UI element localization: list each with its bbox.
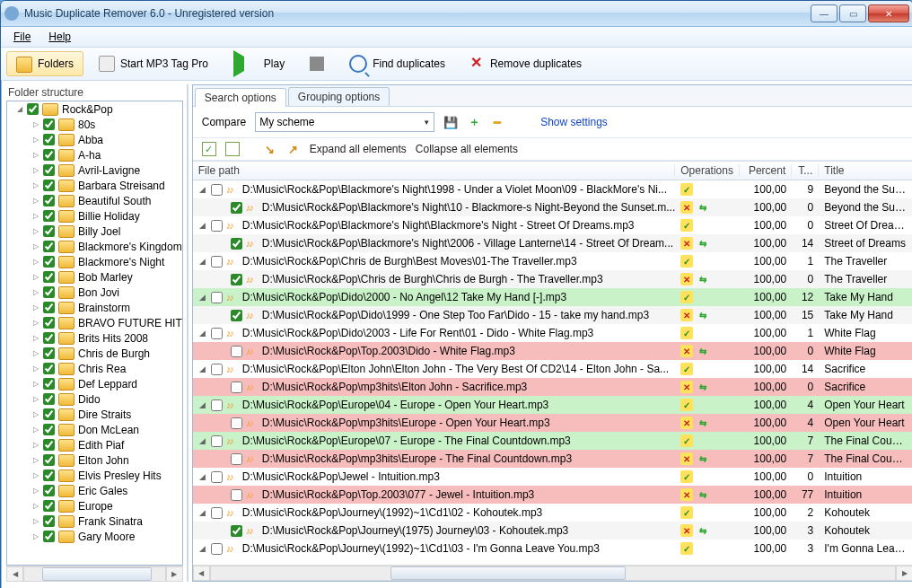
tree-item[interactable]: ▷Beautiful South xyxy=(7,193,182,208)
delete-icon[interactable] xyxy=(680,345,693,357)
result-row[interactable]: D:\Music\Rock&Pop\Blackmore's Night\2006… xyxy=(193,234,912,252)
collapse-icon[interactable]: ◢ xyxy=(198,400,207,409)
delete-icon[interactable] xyxy=(680,309,693,321)
delete-icon[interactable] xyxy=(680,524,693,537)
tree-checkbox[interactable] xyxy=(43,210,55,222)
add-scheme-icon[interactable]: ＋ xyxy=(467,115,481,129)
swap-icon[interactable] xyxy=(697,201,709,214)
tree-checkbox[interactable] xyxy=(43,378,55,390)
tree-item[interactable]: ▷Don McLean xyxy=(7,422,182,437)
save-scheme-icon[interactable]: 💾 xyxy=(443,115,458,129)
collapse-group-icon[interactable]: ↗ xyxy=(286,142,301,156)
tree-item[interactable]: ▷Bon Jovi xyxy=(7,285,182,300)
keep-icon[interactable] xyxy=(680,506,693,519)
collapse-icon[interactable]: ◢ xyxy=(198,221,207,230)
result-row[interactable]: D:\Music\Rock&Pop\Journey\(1975) Journey… xyxy=(193,522,912,540)
expand-icon[interactable]: ▷ xyxy=(31,241,41,252)
tree-item[interactable]: ▷Chris Rea xyxy=(7,361,182,376)
tree-item[interactable]: ▷Barbara Streisand xyxy=(7,178,182,193)
keep-icon[interactable] xyxy=(680,542,693,555)
tab-search-options[interactable]: Search options xyxy=(195,88,286,107)
tree-checkbox[interactable] xyxy=(43,515,55,527)
result-row[interactable]: ◢D:\Music\Rock&Pop\Blackmore's Night\Bla… xyxy=(193,216,912,234)
collapse-all-link[interactable]: Collapse all elements xyxy=(416,143,518,155)
result-row[interactable]: D:\Music\Rock&Pop\mp3hits\Europe - Open … xyxy=(193,414,912,432)
row-checkbox[interactable] xyxy=(211,220,223,232)
scroll-right-icon[interactable]: ▶ xyxy=(166,566,183,582)
tree-checkbox[interactable] xyxy=(43,256,55,268)
tree-item[interactable]: ▷Eric Gales xyxy=(7,483,182,498)
tree-checkbox[interactable] xyxy=(43,225,55,237)
scroll-right-icon[interactable]: ▶ xyxy=(896,566,912,581)
col-operations[interactable]: Operations xyxy=(675,164,740,177)
row-checkbox[interactable] xyxy=(211,364,223,375)
tree-item[interactable]: ▷Blackmore's Night xyxy=(7,254,182,269)
collapse-icon[interactable]: ◢ xyxy=(198,329,207,338)
row-checkbox[interactable] xyxy=(231,202,242,214)
expand-icon[interactable]: ▷ xyxy=(31,394,41,405)
tree-checkbox[interactable] xyxy=(43,531,55,542)
tree-checkbox[interactable] xyxy=(43,439,55,451)
row-checkbox[interactable] xyxy=(231,417,242,429)
tree-checkbox[interactable] xyxy=(43,180,55,191)
toolbar-folders[interactable]: Folders xyxy=(6,51,83,76)
expand-icon[interactable]: ▷ xyxy=(31,470,41,481)
collapse-icon[interactable]: ◢ xyxy=(198,508,207,517)
expand-icon[interactable]: ▷ xyxy=(31,119,41,130)
tree-checkbox[interactable] xyxy=(43,134,55,145)
tree-checkbox[interactable] xyxy=(43,470,55,481)
collapse-icon[interactable]: ◢ xyxy=(198,293,207,302)
keep-icon[interactable] xyxy=(680,183,693,196)
expand-icon[interactable]: ▷ xyxy=(31,226,41,237)
maximize-button[interactable]: ▭ xyxy=(839,4,866,22)
check-all-icon[interactable] xyxy=(202,142,216,156)
keep-icon[interactable] xyxy=(680,219,693,232)
toolbar-stop[interactable] xyxy=(300,53,334,75)
expand-icon[interactable]: ▷ xyxy=(31,531,41,542)
expand-icon[interactable]: ▷ xyxy=(31,348,41,359)
result-row[interactable]: ◢D:\Music\Rock&Pop\Dido\2000 - No Angel\… xyxy=(193,288,912,306)
collapse-icon[interactable]: ◢ xyxy=(14,104,25,115)
row-checkbox[interactable] xyxy=(231,238,242,250)
expand-icon[interactable]: ▷ xyxy=(31,379,41,390)
col-percent[interactable]: Percent xyxy=(740,164,792,177)
row-checkbox[interactable] xyxy=(231,310,242,321)
toolbar-find[interactable]: Find duplicates xyxy=(339,51,455,76)
tree-item[interactable]: ▷80s xyxy=(7,117,182,132)
result-row[interactable]: D:\Music\Rock&Pop\Chris de Burgh\Chris d… xyxy=(193,270,912,288)
keep-icon[interactable] xyxy=(680,470,693,483)
expand-icon[interactable]: ▷ xyxy=(31,409,41,420)
row-checkbox[interactable] xyxy=(231,525,242,537)
tree-item[interactable]: ▷Brits Hits 2008 xyxy=(7,330,182,346)
menu-help[interactable]: Help xyxy=(43,29,76,45)
col-path[interactable]: File path xyxy=(193,164,675,177)
uncheck-all-icon[interactable] xyxy=(225,142,240,156)
expand-all-link[interactable]: Expand all elements xyxy=(310,143,407,155)
expand-icon[interactable]: ▷ xyxy=(31,318,41,329)
expand-icon[interactable]: ▷ xyxy=(31,196,41,206)
expand-icon[interactable]: ▷ xyxy=(31,150,41,161)
row-checkbox[interactable] xyxy=(211,256,223,268)
expand-icon[interactable]: ▷ xyxy=(31,333,41,344)
collapse-icon[interactable]: ◢ xyxy=(198,544,207,553)
show-settings-link[interactable]: Show settings xyxy=(540,116,608,128)
expand-icon[interactable]: ▷ xyxy=(31,455,41,466)
expand-icon[interactable]: ▷ xyxy=(31,180,41,191)
scroll-thumb[interactable] xyxy=(390,566,626,580)
expand-icon[interactable]: ▷ xyxy=(31,516,41,527)
remove-scheme-icon[interactable]: ━ xyxy=(490,115,504,129)
tree-item[interactable]: ▷Dido xyxy=(7,391,182,407)
expand-icon[interactable]: ▷ xyxy=(31,257,41,268)
delete-icon[interactable] xyxy=(680,237,693,250)
expand-icon[interactable]: ▷ xyxy=(31,135,41,145)
swap-icon[interactable] xyxy=(697,381,709,393)
row-checkbox[interactable] xyxy=(231,453,242,465)
expand-group-icon[interactable]: ↘ xyxy=(263,142,277,156)
row-checkbox[interactable] xyxy=(231,489,242,501)
expand-icon[interactable]: ▷ xyxy=(31,165,41,176)
row-checkbox[interactable] xyxy=(211,507,223,519)
delete-icon[interactable] xyxy=(680,417,693,429)
menu-file[interactable]: File xyxy=(8,29,36,45)
tree-checkbox[interactable] xyxy=(43,500,55,512)
toolbar-remove[interactable]: ✕Remove duplicates xyxy=(460,53,592,75)
